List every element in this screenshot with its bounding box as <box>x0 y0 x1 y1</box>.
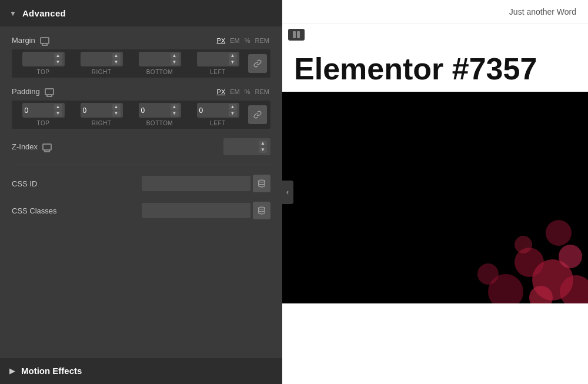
advanced-section-body: Margin PX EM % REM ▲ ▼ <box>0 26 282 229</box>
padding-top-input[interactable] <box>25 106 47 115</box>
right-panel: ‹ Just another Word Elementor #7357 <box>282 0 588 384</box>
margin-right-input-wrap: ▲ ▼ <box>81 52 123 66</box>
col-bar-2 <box>297 31 300 38</box>
margin-right-arrows: ▲ ▼ <box>112 53 121 65</box>
margin-unit-px[interactable]: PX <box>216 36 227 45</box>
zindex-label: Z-Index <box>12 142 38 151</box>
margin-top-input[interactable] <box>25 55 47 64</box>
css-id-row: CSS ID <box>12 175 270 192</box>
bokeh-svg <box>282 92 588 303</box>
padding-unit-switcher: PX EM % REM <box>216 88 270 96</box>
padding-top-input-wrap: ▲ ▼ <box>22 103 65 118</box>
padding-right-arrows: ▲ ▼ <box>112 104 121 116</box>
zindex-arrows: ▲ ▼ <box>259 141 267 153</box>
advanced-section: ▼ Advanced Margin PX EM % REM <box>0 0 282 357</box>
padding-bottom-up-arrow[interactable]: ▲ <box>171 104 179 110</box>
margin-unit-percent[interactable]: % <box>243 36 252 45</box>
margin-top-up-arrow[interactable]: ▲ <box>54 53 62 59</box>
advanced-section-header[interactable]: ▼ Advanced <box>0 0 282 26</box>
padding-left-up-arrow[interactable]: ▲ <box>229 104 237 110</box>
margin-bottom-input[interactable] <box>141 55 163 64</box>
margin-bottom-label: BOTTOM <box>146 69 173 75</box>
zindex-down-arrow[interactable]: ▼ <box>259 147 267 153</box>
padding-top-arrows: ▲ ▼ <box>54 104 62 116</box>
padding-monitor-icon[interactable] <box>45 88 54 95</box>
motion-effects-section: ▶ Motion Effects <box>0 357 282 384</box>
css-classes-db-button[interactable] <box>253 202 270 219</box>
panel-toggle-arrow-icon: ‹ <box>286 188 289 196</box>
margin-right-down-arrow[interactable]: ▼ <box>112 59 121 65</box>
zindex-monitor-icon[interactable] <box>42 143 52 151</box>
columns-layout-icon[interactable] <box>288 29 305 41</box>
css-id-input-wrap <box>37 175 270 192</box>
margin-right-input[interactable] <box>83 55 105 64</box>
advanced-chevron-icon: ▼ <box>9 9 16 18</box>
padding-left-group: ▲ ▼ LEFT <box>190 103 246 126</box>
css-id-db-button[interactable] <box>253 175 270 192</box>
margin-top-down-arrow[interactable]: ▼ <box>54 59 62 65</box>
padding-inputs-row: ▲ ▼ TOP ▲ ▼ RIGHT <box>12 101 270 129</box>
padding-right-label: RIGHT <box>92 120 112 126</box>
css-id-input[interactable] <box>142 176 250 191</box>
padding-label: Padding <box>12 87 40 96</box>
padding-right-input-wrap: ▲ ▼ <box>81 103 123 118</box>
motion-effects-header[interactable]: ▶ Motion Effects <box>0 358 282 384</box>
col-bar-1 <box>293 31 296 38</box>
margin-left-up-arrow[interactable]: ▲ <box>229 53 237 59</box>
margin-right-up-arrow[interactable]: ▲ <box>112 53 121 59</box>
right-top-bar: Just another Word <box>282 0 588 24</box>
margin-left-label: LEFT <box>210 69 225 75</box>
padding-bottom-arrows: ▲ ▼ <box>171 104 179 116</box>
padding-unit-px[interactable]: PX <box>216 88 227 96</box>
left-panel: ▼ Advanced Margin PX EM % REM <box>0 0 282 384</box>
margin-link-button[interactable] <box>248 54 267 73</box>
margin-unit-switcher: PX EM % REM <box>216 36 270 45</box>
padding-unit-percent[interactable]: % <box>243 88 252 96</box>
zindex-row: Z-Index ▲ ▼ <box>12 138 270 155</box>
panel-toggle-button[interactable]: ‹ <box>282 181 293 204</box>
padding-left-down-arrow[interactable]: ▼ <box>229 111 237 116</box>
padding-bottom-input[interactable] <box>141 106 163 115</box>
page-hero-image <box>282 92 588 303</box>
padding-right-input[interactable] <box>83 106 105 115</box>
margin-right-group: ▲ ▼ RIGHT <box>74 52 129 75</box>
margin-bottom-input-wrap: ▲ ▼ <box>139 52 181 66</box>
margin-unit-rem[interactable]: REM <box>254 36 270 45</box>
padding-unit-em[interactable]: EM <box>229 88 241 96</box>
margin-left-arrows: ▲ ▼ <box>229 53 237 65</box>
margin-bottom-up-arrow[interactable]: ▲ <box>171 53 179 59</box>
svg-point-9 <box>477 263 499 285</box>
padding-unit-rem[interactable]: REM <box>254 88 270 96</box>
padding-label-group: Padding <box>12 87 54 96</box>
margin-left-down-arrow[interactable]: ▼ <box>229 59 237 65</box>
zindex-up-arrow[interactable]: ▲ <box>259 141 267 146</box>
margin-monitor-icon[interactable] <box>40 37 49 44</box>
svg-point-10 <box>514 236 532 253</box>
svg-point-5 <box>559 245 582 268</box>
page-title: Elementor #7357 <box>282 41 588 92</box>
padding-bottom-down-arrow[interactable]: ▼ <box>171 111 179 116</box>
padding-top-down-arrow[interactable]: ▼ <box>54 111 62 116</box>
padding-bottom-input-wrap: ▲ ▼ <box>139 103 181 118</box>
margin-unit-em[interactable]: EM <box>229 36 241 45</box>
padding-right-group: ▲ ▼ RIGHT <box>74 103 129 126</box>
padding-left-input[interactable] <box>199 106 222 115</box>
svg-point-1 <box>259 207 265 209</box>
padding-bottom-label: BOTTOM <box>146 120 173 126</box>
svg-point-11 <box>546 220 572 246</box>
padding-right-down-arrow[interactable]: ▼ <box>112 111 121 116</box>
padding-top-up-arrow[interactable]: ▲ <box>54 104 62 110</box>
padding-link-button[interactable] <box>248 105 267 124</box>
padding-right-up-arrow[interactable]: ▲ <box>112 104 121 110</box>
margin-left-input[interactable] <box>199 55 222 64</box>
margin-inputs-row: ▲ ▼ TOP ▲ ▼ RIGHT <box>12 49 270 78</box>
zindex-input[interactable] <box>227 143 253 151</box>
css-classes-input[interactable] <box>142 203 250 218</box>
zindex-input-wrap: ▲ ▼ <box>223 138 270 155</box>
padding-left-input-wrap: ▲ ▼ <box>197 103 239 118</box>
margin-bottom-down-arrow[interactable]: ▼ <box>171 59 179 65</box>
css-classes-label: CSS Classes <box>12 206 57 215</box>
padding-bottom-group: ▲ ▼ BOTTOM <box>132 103 188 126</box>
padding-top-label: TOP <box>37 120 50 126</box>
margin-bottom-group: ▲ ▼ BOTTOM <box>132 52 188 75</box>
